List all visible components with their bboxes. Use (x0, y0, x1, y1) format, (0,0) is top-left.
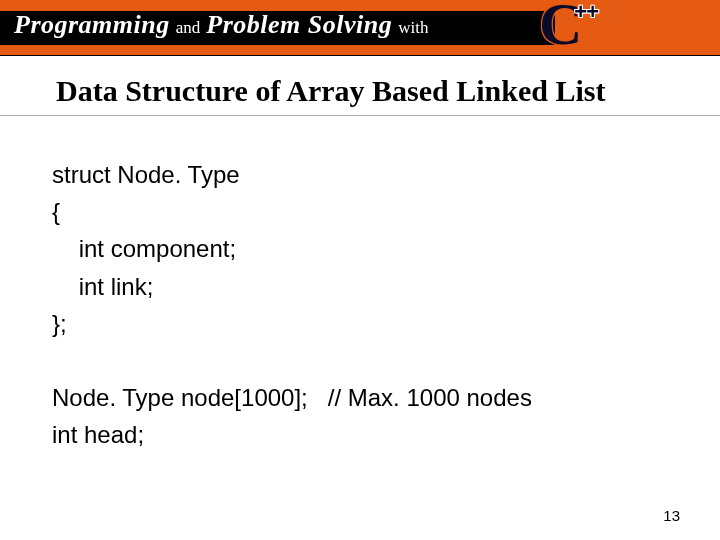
header-title: Programming and Problem Solving with (14, 10, 428, 40)
code-line: struct Node. Type (52, 161, 240, 188)
code-block: struct Node. Type { int component; int l… (52, 156, 720, 454)
title-underline (0, 115, 720, 116)
cpp-logo: C ++ (539, 0, 598, 54)
slide-title: Data Structure of Array Based Linked Lis… (56, 74, 720, 108)
code-line: }; (52, 310, 67, 337)
code-line: Node. Type node[1000]; // Max. 1000 node… (52, 384, 532, 411)
header-word-programming: Programming (14, 10, 170, 40)
page-number: 13 (663, 507, 680, 524)
code-line: int head; (52, 421, 144, 448)
code-line: { (52, 198, 60, 225)
header-word-problem-solving: Problem Solving (206, 10, 392, 40)
code-line: int link; (52, 273, 153, 300)
header-band: Programming and Problem Solving with C +… (0, 0, 720, 56)
header-underline (0, 55, 720, 56)
header-word-and: and (176, 18, 201, 38)
header-word-with: with (398, 18, 428, 38)
logo-plus-plus: ++ (574, 0, 598, 25)
code-line: int component; (52, 235, 236, 262)
